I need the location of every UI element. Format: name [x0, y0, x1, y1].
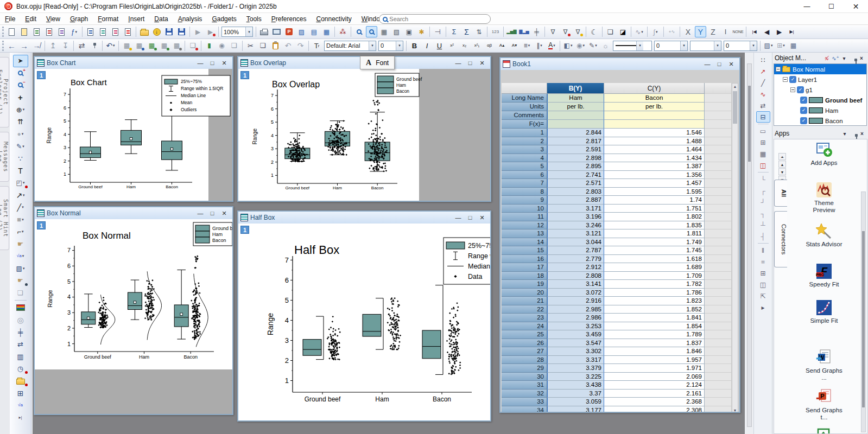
combo-dropdown-icon[interactable]: ▾ [714, 41, 721, 50]
add-plot-icon[interactable]: ∿⁺ [831, 55, 840, 61]
cell-c[interactable]: 1.786 [604, 289, 705, 297]
row-number[interactable]: 6 [502, 171, 547, 180]
window-maximize-button[interactable]: □ [464, 58, 476, 68]
menu-gadgets[interactable]: Gadgets [207, 14, 241, 24]
window-close-button[interactable]: ✕ [218, 208, 230, 219]
layer-badge[interactable]: 1 [240, 71, 249, 79]
label-cell-c[interactable]: per lb. [604, 103, 705, 111]
duplicate-dark-icon[interactable]: ◪ [617, 26, 629, 37]
overlay-layer-icon[interactable]: ◫ [756, 159, 770, 171]
text-tool[interactable]: T [13, 165, 28, 177]
dock-tab-project-explorer-1-[interactable]: Project Explorer (1) [0, 57, 9, 127]
app-item-theme-preview[interactable]: Theme Preview [803, 182, 845, 214]
cell-c[interactable]: 1.749 [604, 238, 705, 247]
label-cell-b[interactable]: per lb. [547, 103, 604, 111]
axis-y-icon[interactable]: Y [695, 26, 706, 37]
window-book1[interactable]: Book1—□✕B(Y)C(Y)Long NameHamBaconUnitspe… [499, 57, 740, 413]
scroll-first-icon[interactable]: ⏶ [778, 153, 786, 160]
row-number[interactable]: 13 [502, 229, 547, 238]
label-cell-b[interactable] [547, 111, 604, 120]
cell-b[interactable]: 3.379 [547, 364, 604, 373]
align-icon[interactable]: ≡▾ [521, 40, 533, 52]
mask-data-icon[interactable]: +∿ [666, 26, 677, 37]
app-item-send-graphs-t-[interactable]: PSend Graphs t... [803, 389, 845, 421]
cell-c[interactable]: 1.957 [604, 356, 705, 365]
tree-row[interactable]: ✓Ham [774, 105, 866, 116]
cell-b[interactable]: 3.072 [547, 289, 604, 297]
spline-template-icon[interactable]: ∿ [756, 88, 770, 100]
line-width-combo[interactable]: 0▾ [654, 41, 688, 51]
plot-bars-icon[interactable]: ▂▅▇ [506, 26, 517, 37]
fill-color-icon[interactable]: ◧▾ [562, 40, 574, 52]
add-column-wizard-icon[interactable]: ▦ [121, 40, 132, 52]
cell-b[interactable]: 3.37 [547, 390, 604, 398]
data-selector-tool[interactable]: ⇈ [13, 116, 28, 129]
cell-b[interactable]: 3.547 [547, 339, 604, 348]
menu-analysis[interactable]: Analysis [173, 14, 207, 24]
annotation-tool[interactable]: ◰▾ [13, 177, 28, 189]
zoom-in-tool[interactable]: + [13, 67, 28, 80]
collapse-icon[interactable] [776, 67, 781, 72]
window-half-box[interactable]: Half Box—□✕Half Box1234567Ground beefHam… [237, 210, 491, 422]
graph-preview-icon[interactable]: ∿▾ [633, 26, 645, 37]
row-number[interactable]: 11 [502, 213, 547, 221]
scroll-down-icon[interactable]: ▼ [778, 168, 786, 175]
menu-data[interactable]: Data [149, 14, 173, 24]
sum-icon[interactable]: Σ [461, 26, 472, 37]
row-number[interactable]: 7 [502, 179, 547, 188]
cell-b[interactable]: 2.787 [547, 246, 604, 255]
window-title-bar[interactable]: Box Chart—□✕ [35, 57, 232, 69]
axis-y-only-icon[interactable]: ┤ [756, 231, 770, 242]
label-cell-c[interactable]: Bacon [604, 94, 705, 103]
undo-dropdown-icon[interactable]: ↶▾ [105, 40, 116, 52]
cell-b[interactable]: 2.895 [547, 162, 604, 171]
cell-b[interactable]: 2.912 [547, 263, 604, 272]
app-item-stats-advisor[interactable]: Stats Advisor [803, 223, 845, 248]
cell-b[interactable]: 3.253 [547, 322, 604, 331]
color-manager-tool[interactable] [13, 302, 28, 314]
label-cell-c[interactable] [604, 111, 705, 120]
extract-layers-icon[interactable]: ⇱ [756, 290, 770, 302]
duplicate-book-icon[interactable]: ❏ [229, 40, 240, 52]
maximize-button[interactable]: ☐ [819, 1, 844, 12]
fit-page-icon[interactable]: ⊣ [432, 26, 443, 37]
row-number[interactable]: 12 [502, 221, 547, 230]
filter-reapply-icon[interactable]: ∇ [572, 26, 584, 37]
new-notes-icon[interactable] [97, 26, 109, 37]
window-close-button[interactable]: ✕ [725, 59, 737, 69]
window-box-chart[interactable]: Box Chart—□✕Box Chart1234567Ground beefH… [34, 56, 233, 202]
font-button[interactable]: Tr [311, 40, 322, 52]
column-list-tool[interactable]: ▥ [13, 350, 28, 363]
menu-view[interactable]: View [41, 14, 65, 24]
cell-b[interactable]: 3.177 [547, 406, 604, 412]
label-cell-b[interactable]: Ham [547, 94, 604, 103]
cell-c[interactable]: 1.74 [604, 196, 705, 205]
menu-file[interactable]: File [0, 14, 20, 24]
combo-dropdown-icon[interactable]: ▾ [245, 27, 252, 36]
command-window-icon[interactable]: ▣ [403, 26, 415, 37]
cell-b[interactable]: 3.302 [547, 347, 604, 356]
polyline-tool[interactable]: ⌐▾ [13, 226, 28, 238]
project-explorer-icon[interactable]: ⁂ [337, 26, 349, 37]
decrease-font-icon[interactable]: A▾ [509, 40, 520, 52]
window-close-button[interactable]: ✕ [476, 212, 488, 223]
combo-dropdown-icon[interactable]: ▾ [396, 41, 403, 50]
scroll-up-arrow[interactable]: ▲ [732, 84, 738, 90]
row-number[interactable]: 14 [502, 238, 547, 247]
row-number[interactable]: 17 [502, 263, 547, 272]
cell-b[interactable]: 2.741 [547, 171, 604, 180]
window-minimize-button[interactable]: — [452, 212, 464, 223]
chart-box-chart[interactable]: Box Chart1234567Ground beefHamBaconRange… [35, 69, 232, 201]
notes-window-icon[interactable]: ▨ [296, 26, 307, 37]
insert-graph-tool[interactable]: ▧▾ [13, 263, 28, 275]
cell-c[interactable]: 1.823 [604, 297, 705, 305]
app-item-partial[interactable] [803, 428, 845, 434]
bold-icon[interactable]: B [409, 40, 420, 52]
panel-menu-icon[interactable]: ▾ [840, 131, 849, 137]
cell-c[interactable]: 1.802 [604, 213, 705, 221]
cell-b[interactable]: 2.817 [547, 137, 604, 146]
app-item-add-apps[interactable]: Add Apps [803, 142, 845, 167]
window-box-overlap[interactable]: Box Overlap—□✕Box Overlap1234567Ground b… [237, 56, 491, 202]
tree-row[interactable]: ✓g1 [774, 85, 866, 95]
row-number[interactable]: 30 [502, 373, 547, 381]
